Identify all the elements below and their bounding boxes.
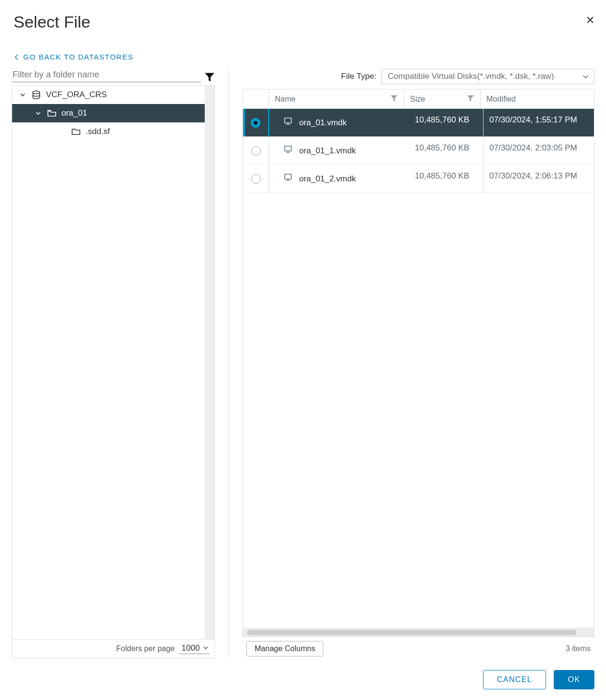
filter-icon[interactable]: [467, 94, 474, 104]
filter-icon[interactable]: [204, 72, 215, 82]
column-label: Name: [275, 95, 296, 104]
folder-icon: [71, 127, 81, 136]
grid-body: ora_01.vmdk 10,485,760 KB 07/30/2024, 1:…: [243, 109, 594, 628]
dialog-title: Select File: [14, 13, 91, 31]
row-name-cell: ora_01.vmdk: [269, 109, 409, 136]
radio-icon: [251, 146, 261, 156]
row-radio[interactable]: [243, 165, 269, 193]
row-name-cell: ora_01_1.vmdk: [269, 137, 409, 164]
close-icon[interactable]: ×: [586, 13, 594, 27]
row-size-cell: 10,485,760 KB: [409, 137, 484, 164]
datastore-icon: [31, 90, 41, 100]
folder-tree: VCF_ORA_CRS ora_01: [12, 85, 215, 658]
cancel-button[interactable]: CANCEL: [483, 670, 546, 689]
column-name[interactable]: Name: [269, 89, 404, 108]
folder-tree-scroll[interactable]: VCF_ORA_CRS ora_01: [12, 86, 214, 639]
horizontal-scrollbar[interactable]: [243, 628, 594, 637]
ok-button[interactable]: OK: [554, 670, 594, 689]
file-name: ora_01_2.vmdk: [299, 174, 356, 184]
tree-folder-open[interactable]: ora_01: [12, 104, 205, 122]
manage-columns-button[interactable]: Manage Columns: [246, 641, 323, 656]
row-radio[interactable]: [243, 137, 269, 164]
column-label: Modified: [486, 95, 515, 104]
tree-item-label: .sdd.sf: [86, 127, 110, 136]
tree-datastore-row[interactable]: VCF_ORA_CRS: [12, 86, 214, 104]
vm-disk-icon: [284, 117, 292, 128]
file-row[interactable]: ora_01_2.vmdk 10,485,760 KB 07/30/2024, …: [243, 165, 594, 193]
row-size-cell: 10,485,760 KB: [409, 109, 484, 136]
folders-per-page-label: Folders per page: [116, 644, 175, 653]
chevron-down-icon: [582, 73, 589, 80]
file-type-select[interactable]: Compatible Virtual Disks(*.vmdk, *.dsk, …: [381, 69, 594, 84]
chevron-left-icon: [14, 54, 20, 60]
radio-icon: [251, 174, 261, 184]
row-modified-cell: 07/30/2024, 2:03:05 PM: [484, 137, 594, 164]
row-modified-cell: 07/30/2024, 2:06:13 PM: [484, 165, 594, 193]
file-type-value: Compatible Virtual Disks(*.vmdk, *.dsk, …: [388, 72, 554, 81]
select-file-dialog: Select File × GO BACK TO DATASTORES: [0, 0, 606, 700]
vm-disk-icon: [284, 145, 292, 156]
row-modified-cell: 07/30/2024, 1:55:17 PM: [484, 109, 594, 136]
chevron-down-icon[interactable]: [19, 92, 27, 98]
grid-header: Name Size Modified: [243, 89, 594, 109]
vertical-divider: [228, 69, 229, 658]
chevron-down-icon[interactable]: [34, 110, 42, 116]
dialog-footer: CANCEL OK: [9, 658, 597, 691]
dialog-body: VCF_ORA_CRS ora_01: [9, 68, 597, 658]
file-type-label: File Type:: [341, 72, 377, 81]
grid-footer: Manage Columns 3 items: [242, 637, 594, 658]
file-type-row: File Type: Compatible Virtual Disks(*.vm…: [242, 68, 594, 89]
column-label: Size: [410, 95, 425, 104]
folder-tree-panel: VCF_ORA_CRS ora_01: [12, 68, 215, 658]
file-row[interactable]: ora_01.vmdk 10,485,760 KB 07/30/2024, 1:…: [243, 109, 594, 137]
svg-rect-2: [285, 146, 291, 151]
back-to-datastores-link[interactable]: GO BACK TO DATASTORES: [9, 51, 597, 68]
row-radio[interactable]: [243, 109, 269, 136]
tree-folder-child[interactable]: .sdd.sf: [12, 122, 214, 141]
folder-open-icon: [47, 108, 57, 118]
items-count: 3 items: [565, 644, 591, 653]
svg-rect-1: [285, 118, 291, 123]
vm-disk-icon: [284, 173, 292, 184]
file-name: ora_01.vmdk: [299, 118, 347, 128]
folders-per-page: Folders per page 1000: [12, 639, 214, 658]
row-name-cell: ora_01_2.vmdk: [269, 165, 409, 193]
column-select: [243, 89, 269, 108]
file-list-panel: File Type: Compatible Virtual Disks(*.vm…: [242, 68, 594, 658]
column-modified[interactable]: Modified: [481, 89, 594, 108]
file-grid: Name Size Modified: [242, 89, 594, 637]
svg-rect-3: [285, 174, 291, 179]
folder-filter-input[interactable]: [12, 68, 201, 82]
filter-icon[interactable]: [390, 94, 398, 104]
svg-point-0: [33, 91, 40, 94]
column-size[interactable]: Size: [404, 89, 481, 108]
tree-item-label: ora_01: [61, 108, 87, 118]
back-link-label: GO BACK TO DATASTORES: [23, 53, 134, 61]
row-size-cell: 10,485,760 KB: [409, 165, 484, 193]
file-row[interactable]: ora_01_1.vmdk 10,485,760 KB 07/30/2024, …: [243, 137, 594, 165]
tree-item-label: VCF_ORA_CRS: [46, 90, 107, 100]
radio-icon: [251, 118, 260, 128]
file-name: ora_01_1.vmdk: [299, 146, 356, 156]
folders-per-page-select[interactable]: 1000: [179, 643, 210, 654]
dialog-header: Select File ×: [9, 9, 597, 51]
folder-filter: [12, 68, 215, 82]
